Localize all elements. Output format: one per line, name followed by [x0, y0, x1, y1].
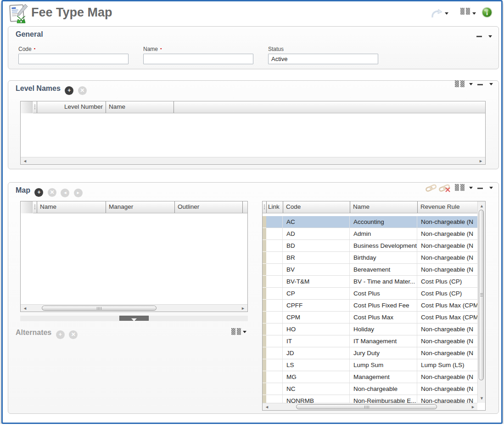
table-row[interactable]: NONRMBNon-Reimbursable E...Non-chargeabl… — [263, 395, 477, 403]
columns-icon[interactable] — [455, 184, 465, 191]
table-row[interactable]: NCNon-chargeableNon-chargeable (N — [263, 383, 477, 395]
section-map-title: Map + ✕ ◄ ► — [16, 186, 83, 197]
cell-revenue-rule: Non-chargeable (N — [417, 395, 477, 403]
column-header-manager[interactable]: Manager — [106, 201, 174, 213]
scroll-down-arrow[interactable]: ▼ — [480, 395, 484, 402]
horizontal-scrollbar[interactable]: ◄ ► — [263, 403, 477, 410]
name-input[interactable] — [143, 54, 253, 64]
column-drag-grip[interactable] — [33, 201, 37, 213]
collapse-icon[interactable] — [477, 188, 483, 189]
scroll-right-arrow[interactable]: ► — [241, 305, 245, 312]
table-row[interactable]: BV-T&MBV - Time and Mater...Cost Plus (C… — [263, 276, 477, 288]
columns-menu-caret[interactable] — [469, 83, 473, 85]
row-indicator — [263, 228, 266, 240]
section-menu-caret[interactable] — [488, 35, 492, 38]
columns-menu-caret[interactable] — [469, 187, 473, 189]
table-row[interactable]: LSLump SumLump Sum (LS) — [263, 359, 477, 371]
link-icon[interactable] — [426, 184, 437, 194]
map-left-grid: Name Manager Outliner ◄ ► — [20, 201, 248, 312]
add-map-button[interactable]: + — [34, 188, 43, 197]
column-header-level-number[interactable]: Level Number — [37, 101, 106, 113]
column-header-revenue-rule[interactable]: Revenue Rule — [417, 201, 485, 213]
row-indicator — [263, 335, 266, 347]
code-input[interactable] — [18, 54, 129, 64]
scroll-left-arrow[interactable]: ◄ — [23, 305, 27, 312]
cell-revenue-rule: Non-chargeable (N — [417, 228, 477, 240]
cell-name: Lump Sum — [350, 359, 417, 371]
row-indicator — [263, 288, 266, 300]
cell-name: Holiday — [350, 323, 417, 335]
cell-revenue-rule: Non-chargeable (N — [417, 252, 477, 263]
table-row[interactable]: CPFFCost Plus Fixed FeeCost Plus Max (CP… — [263, 300, 477, 312]
cell-revenue-rule: Non-chargeable (N — [417, 264, 477, 275]
cell-link — [266, 228, 283, 240]
share-icon[interactable] — [431, 9, 442, 21]
delete-map-button[interactable]: ✕ — [48, 188, 56, 197]
share-menu-caret[interactable] — [445, 12, 448, 15]
column-header-link[interactable]: Link — [266, 201, 283, 213]
table-row[interactable]: MGManagementNon-chargeable (N — [263, 371, 477, 383]
vertical-scrollbar[interactable]: ▲ ▼ — [477, 201, 485, 403]
column-drag-grip[interactable] — [33, 101, 37, 113]
columns-icon[interactable] — [460, 8, 470, 15]
delete-alternate-button[interactable]: ✕ — [69, 330, 78, 339]
column-header-code[interactable]: Code — [283, 201, 350, 213]
move-next-button[interactable]: ► — [74, 189, 83, 197]
scroll-left-arrow[interactable]: ◄ — [23, 157, 27, 165]
fee-type-map-icon — [8, 4, 29, 26]
column-header-outliner[interactable]: Outliner — [174, 201, 242, 213]
map-left-grid-header: Name Manager Outliner — [33, 201, 247, 213]
cell-revenue-rule: Non-chargeable (N — [417, 347, 477, 359]
table-row[interactable]: ITIT ManagementNon-chargeable (N — [263, 335, 477, 347]
add-alternate-button[interactable]: + — [56, 330, 65, 339]
info-icon[interactable]: i — [482, 7, 493, 20]
scroll-right-arrow[interactable]: ► — [471, 403, 475, 411]
cell-revenue-rule: Cost Plus (CP) — [417, 288, 477, 299]
table-row[interactable]: JDJury DutyNon-chargeable (N — [263, 347, 477, 359]
scrollbar-thumb[interactable] — [296, 404, 437, 409]
pane-splitter[interactable] — [20, 316, 248, 321]
section-menu-caret[interactable] — [489, 187, 493, 189]
column-header-name[interactable]: Name — [106, 101, 174, 113]
columns-icon[interactable] — [231, 328, 241, 335]
section-alternates-title: Alternates + ✕ — [16, 329, 78, 339]
collapse-icon[interactable] — [476, 36, 482, 37]
scroll-left-arrow[interactable]: ◄ — [265, 403, 269, 411]
table-row[interactable]: ADAdminNon-chargeable (N — [263, 228, 477, 240]
cell-code: CPFF — [283, 300, 350, 311]
status-input[interactable] — [268, 54, 378, 64]
cell-link — [266, 359, 283, 371]
table-row[interactable]: BVBereavementNon-chargeable (N — [263, 264, 477, 276]
columns-icon[interactable] — [455, 80, 465, 87]
move-prev-button[interactable]: ◄ — [61, 189, 69, 197]
splitter-handle[interactable] — [119, 316, 149, 321]
unlink-icon[interactable] — [439, 184, 451, 194]
code-label: Code▪ — [18, 46, 129, 52]
delete-row-button[interactable]: ✕ — [78, 86, 87, 95]
code-field-group: Code▪ — [18, 46, 129, 64]
columns-menu-caret[interactable] — [472, 12, 476, 15]
table-row[interactable]: CPCost PlusCost Plus (CP) — [263, 288, 477, 300]
cell-code: HO — [283, 323, 350, 335]
scroll-right-arrow[interactable]: ► — [479, 157, 483, 165]
collapse-icon[interactable] — [477, 84, 483, 85]
scrollbar-thumb[interactable] — [42, 306, 157, 311]
horizontal-scrollbar[interactable]: ◄ ► — [21, 304, 247, 312]
section-menu-caret[interactable] — [489, 83, 493, 85]
scrollbar-thumb[interactable] — [479, 210, 484, 380]
add-row-button[interactable]: + — [65, 86, 73, 95]
columns-menu-caret[interactable] — [243, 331, 246, 333]
horizontal-scrollbar[interactable]: ◄ ► — [21, 157, 485, 164]
table-row[interactable]: CPMCost Plus MaxCost Plus Max (CPM — [263, 312, 477, 323]
table-row[interactable]: BDBusiness DevelopmentNon-chargeable (N — [263, 240, 477, 252]
column-header-name[interactable]: Name — [37, 201, 106, 213]
column-drag-grip[interactable] — [263, 201, 266, 213]
table-row[interactable]: HOHolidayNon-chargeable (N — [263, 323, 477, 335]
column-header-name[interactable]: Name — [350, 201, 417, 213]
section-level-names-title: Level Names + ✕ — [16, 84, 87, 95]
cell-name: Jury Duty — [350, 347, 417, 359]
table-row[interactable]: BRBirthdayNon-chargeable (N — [263, 252, 477, 264]
table-row[interactable]: ACAccountingNon-chargeable (N — [263, 216, 477, 228]
section-general: General Code▪ Name▪ Status — [8, 26, 499, 69]
scroll-up-arrow[interactable]: ▲ — [480, 202, 484, 210]
